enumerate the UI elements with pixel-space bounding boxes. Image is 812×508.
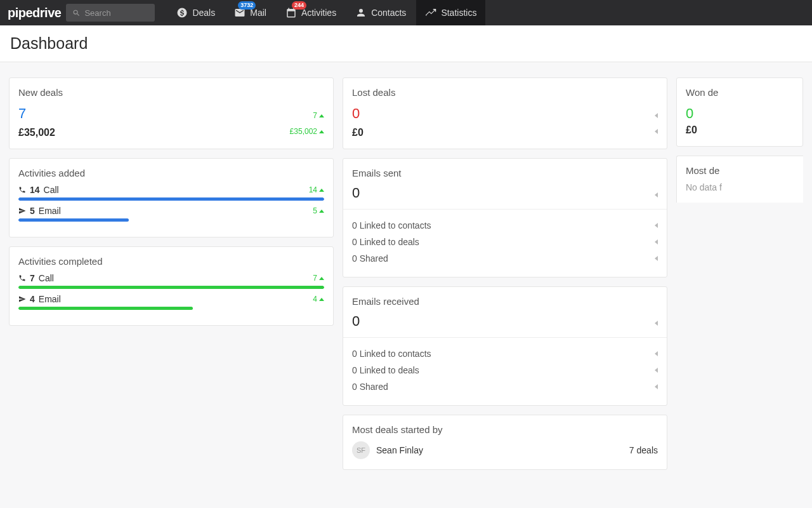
user-deals-count: 7 deals	[629, 445, 658, 455]
user-row: SF Sean Finlay 7 deals	[352, 441, 658, 459]
progress-fill	[18, 197, 324, 201]
arrow-up-icon	[319, 298, 324, 301]
send-icon	[18, 207, 26, 215]
arrow-left-icon	[655, 321, 658, 326]
card-title: New deals	[18, 87, 324, 98]
nav-statistics[interactable]: Statistics	[416, 0, 485, 25]
activity-label: 7Call	[18, 273, 54, 283]
search-input[interactable]	[84, 8, 148, 18]
card-won-deals: Won de 0 £0	[676, 77, 803, 147]
nav-mail[interactable]: 3732 Mail	[225, 0, 275, 25]
dollar-icon	[176, 7, 188, 18]
progress-fill	[18, 286, 324, 289]
nav-activities-label: Activities	[301, 8, 336, 18]
arrow-left-icon	[655, 256, 658, 261]
sub-row: 0 Shared	[352, 250, 658, 267]
arrow-left-icon	[655, 129, 658, 134]
card-activities-added: Activities added 14Call 14 5Email 5	[9, 158, 334, 237]
card-title: Activities completed	[18, 256, 324, 267]
arrow-up-icon	[319, 130, 324, 133]
card-title: Most deals started by	[352, 424, 658, 435]
trend-indicator: 5	[313, 206, 324, 215]
nav-contacts-label: Contacts	[371, 8, 406, 18]
card-new-deals: New deals 7 7 £35,002 £35,002	[9, 77, 334, 149]
sub-row: 0 Linked to contacts	[352, 345, 658, 362]
divider	[343, 337, 667, 338]
progress-bar	[18, 307, 324, 310]
nav-statistics-label: Statistics	[441, 8, 476, 18]
arrow-left-icon	[655, 384, 658, 389]
trend-indicator	[655, 321, 658, 326]
card-most-deals-started: Most deals started by SF Sean Finlay 7 d…	[343, 415, 667, 470]
nav-activities[interactable]: 244 Activities	[277, 0, 345, 25]
progress-bar	[18, 218, 324, 222]
card-title: Most de	[686, 165, 794, 176]
arrow-left-icon	[655, 192, 658, 197]
arrow-left-icon	[655, 351, 658, 356]
trend-indicator	[655, 113, 658, 118]
sub-row: 0 Linked to deals	[352, 362, 658, 378]
activity-label: 5Email	[18, 206, 61, 216]
card-title: Won de	[686, 87, 794, 98]
sub-row: 0 Linked to deals	[352, 234, 658, 250]
nav-deals[interactable]: Deals	[167, 0, 224, 25]
emails-sent-count: 0	[352, 185, 360, 201]
arrow-up-icon	[319, 277, 324, 280]
phone-icon	[18, 186, 26, 194]
won-deals-amount: £0	[686, 124, 794, 136]
new-deals-amount: £35,002	[18, 127, 55, 138]
mail-badge: 3732	[238, 1, 256, 10]
trend-indicator: £35,002	[290, 127, 324, 136]
page-header: Dashboard	[0, 25, 812, 62]
dashboard: New deals 7 7 £35,002 £35,002 Activities…	[0, 62, 812, 485]
card-most-deals-cut: Most de No data f	[676, 156, 803, 203]
trend-indicator	[655, 192, 658, 197]
no-data-label: No data f	[686, 182, 794, 192]
divider	[343, 209, 667, 210]
card-emails-received: Emails received 0 0 Linked to contacts 0…	[343, 286, 667, 406]
card-title: Emails received	[352, 296, 658, 307]
send-icon	[18, 295, 26, 303]
trend-indicator: 14	[309, 185, 324, 194]
arrow-left-icon	[655, 113, 658, 118]
lost-deals-amount: £0	[352, 127, 363, 138]
arrow-left-icon	[655, 239, 658, 244]
logo: pipedrive	[8, 6, 61, 20]
card-title: Lost deals	[352, 87, 658, 98]
arrow-left-icon	[655, 223, 658, 228]
emails-received-count: 0	[352, 313, 360, 330]
card-activities-completed: Activities completed 7Call 7 4Email 4	[9, 246, 334, 326]
person-icon	[355, 7, 367, 18]
trend-indicator	[655, 129, 658, 134]
arrow-up-icon	[319, 210, 324, 213]
card-title: Emails sent	[352, 168, 658, 178]
sub-row: 0 Shared	[352, 378, 658, 395]
search-field-wrap[interactable]	[66, 4, 155, 22]
card-lost-deals: Lost deals 0 £0	[343, 77, 667, 149]
trend-indicator: 7	[313, 274, 324, 283]
progress-bar	[18, 286, 324, 289]
activity-label: 14Call	[18, 185, 59, 195]
activities-badge: 244	[292, 1, 306, 10]
chart-icon	[425, 7, 436, 18]
trend-indicator: 7	[313, 111, 324, 120]
top-nav: pipedrive Deals 3732 Mail 244 Activities…	[0, 0, 812, 25]
arrow-up-icon	[319, 114, 324, 117]
nav-deals-label: Deals	[192, 8, 215, 18]
lost-deals-count: 0	[352, 105, 360, 122]
activity-label: 4Email	[18, 294, 61, 304]
avatar: SF	[352, 441, 370, 459]
card-title: Activities added	[18, 168, 324, 178]
progress-fill	[18, 307, 193, 310]
sub-row: 0 Linked to contacts	[352, 217, 658, 234]
arrow-left-icon	[655, 368, 658, 373]
trend-indicator: 4	[313, 295, 324, 304]
progress-fill	[18, 218, 129, 222]
nav-contacts[interactable]: Contacts	[346, 0, 415, 25]
progress-bar	[18, 197, 324, 201]
arrow-up-icon	[319, 189, 324, 192]
won-deals-count: 0	[686, 105, 794, 122]
page-title: Dashboard	[10, 34, 802, 53]
card-emails-sent: Emails sent 0 0 Linked to contacts 0 Lin…	[343, 158, 667, 277]
search-icon	[72, 9, 81, 17]
